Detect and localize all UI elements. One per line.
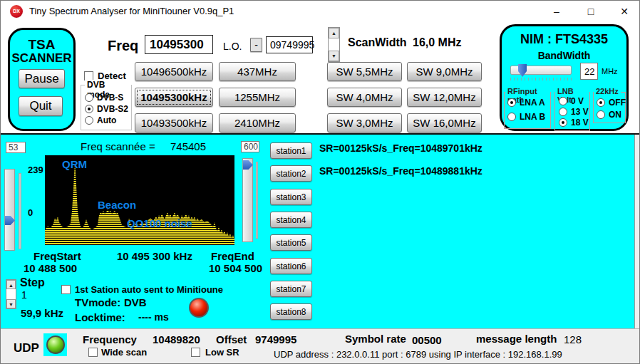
pause-button[interactable]: Pause — [19, 69, 65, 88]
lo-input[interactable]: 09749995 — [266, 36, 313, 53]
freq-scanned-label: Freq scannée = — [81, 140, 155, 152]
radio-dot — [559, 118, 567, 127]
annotation-qrm: QRM — [62, 158, 87, 170]
right-slider[interactable] — [242, 158, 253, 242]
right-slider-thumb[interactable] — [243, 160, 253, 170]
radio-dot — [507, 98, 516, 107]
freq-input[interactable]: 10495300 — [145, 35, 213, 54]
title-bar: DX Tiny Spectrum Analyser for MiniTioune… — [1, 1, 640, 22]
lnb-volt-group: LNB Volt 0 V 13 V 18 V — [554, 92, 590, 131]
radio-dot — [85, 116, 93, 125]
sw-5-5-button[interactable]: SW 5,5MHz — [327, 62, 402, 81]
main-section: Freq scannée = 745405 53 239 0 — [1, 135, 635, 328]
radio-0v[interactable]: 0 V — [559, 96, 584, 106]
preset-437mhz-button[interactable]: 437MHz — [219, 62, 296, 81]
bandwidth-input[interactable]: 22 — [580, 63, 598, 80]
right-level-gauge — [256, 162, 258, 239]
auto-send-label: 1st Sation auto sent to Minitioune — [75, 284, 223, 295]
right-level-input[interactable]: 600 — [241, 141, 259, 152]
left-slider[interactable] — [4, 169, 15, 251]
spinner-up-icon[interactable]: ▲ — [6, 280, 16, 289]
step-label: Step — [20, 276, 45, 289]
freq-label: Freq — [108, 38, 138, 54]
left-level-input[interactable]: 53 — [6, 142, 26, 153]
udp-label: UDP — [14, 341, 39, 355]
low-sr-checkbox[interactable] — [191, 348, 200, 357]
low-sr-label: Low SR — [205, 347, 239, 358]
lo-label: L.O. — [223, 41, 242, 52]
spinner-down-icon[interactable]: ▼ — [6, 299, 16, 308]
station8-button[interactable]: station8 — [270, 303, 312, 320]
sw-9-0-button[interactable]: SW 9,0MHz — [407, 62, 482, 81]
symbol-rate-label: Symbol rate — [345, 333, 406, 345]
spectrum-display: QRM Beacon QO100 noise — [45, 155, 234, 245]
radio-lna-b[interactable]: LNA B — [507, 112, 545, 122]
wide-scan-checkbox[interactable] — [88, 348, 98, 357]
radio-18v[interactable]: 18 V — [559, 118, 589, 128]
nim-title: NIM : FTS4335 — [502, 32, 626, 47]
offset-label: Offset — [216, 333, 247, 345]
station4-button[interactable]: station4 — [270, 212, 312, 228]
spinner-down-icon[interactable]: ▼ — [329, 51, 339, 61]
radio-22khz-off[interactable]: OFF — [597, 98, 626, 108]
station5-button[interactable]: station5 — [270, 234, 312, 251]
radio-dot — [597, 98, 605, 107]
close-button[interactable]: ✕ — [608, 1, 640, 22]
station1-button[interactable]: station1 — [270, 142, 312, 159]
radio-22khz-on[interactable]: ON — [597, 110, 621, 120]
preset-10495300-button[interactable]: 10495300kHz — [135, 88, 213, 107]
scale-min-label: 0 — [28, 207, 33, 218]
station2-button[interactable]: station2 — [270, 165, 312, 182]
minimize-button[interactable]: – — [540, 1, 573, 22]
radio-dvb-s[interactable]: DVB-S — [85, 93, 123, 103]
bandwidth-ticks — [510, 78, 572, 80]
tsa-title-line2: SCANNER — [10, 51, 73, 66]
sw-16-0-button[interactable]: SW 16,0MHz — [407, 113, 482, 132]
message-length-label: message length — [476, 333, 557, 345]
preset-2410mhz-button[interactable]: 2410MHz — [219, 113, 296, 132]
preset-1255mhz-button[interactable]: 1255MHz — [219, 88, 296, 107]
radio-13v[interactable]: 13 V — [559, 107, 589, 117]
bandwidth-slider-thumb[interactable] — [518, 64, 527, 77]
tvmode-value: DVB — [124, 296, 147, 308]
window-title: Tiny Spectrum Analyser for MiniTiouner V… — [29, 6, 234, 16]
quit-button[interactable]: Quit — [19, 96, 63, 116]
preset-10493500-button[interactable]: 10493500kHz — [135, 113, 213, 132]
bandwidth-unit: MHz — [602, 67, 618, 76]
step-value: 1 — [21, 289, 27, 301]
spinner-up-icon[interactable]: ▲ — [329, 28, 339, 38]
annotation-qo100-noise: QO100 noise — [127, 217, 192, 229]
scanwidth-spinner[interactable]: ▲ ▼ — [328, 27, 340, 62]
station6-button[interactable]: station6 — [270, 258, 312, 274]
step-spinner[interactable]: ▲ ▼ — [6, 279, 16, 309]
tone-22khz-label: 22kHz — [594, 87, 621, 95]
locktime-label: Locktime: — [75, 311, 125, 323]
auto-send-checkbox[interactable] — [61, 285, 71, 294]
radio-lna-a[interactable]: LNA A — [507, 98, 545, 108]
sr-result-2: SR=00125kS/s_Freq=10489881kHz — [319, 165, 482, 177]
radio-dot — [559, 97, 567, 105]
freq-start-value: 10 488 500 — [24, 262, 77, 274]
top-section: TSA SCANNER Pause Quit Detect DVB mode D… — [1, 22, 640, 135]
tsa-title-line1: TSA — [10, 37, 73, 53]
radio-auto[interactable]: Auto — [85, 115, 116, 125]
symbol-rate-value: 00500 — [412, 334, 442, 346]
preset-10496500-button[interactable]: 10496500kHz — [135, 62, 213, 81]
annotation-beacon: Beacon — [98, 199, 136, 211]
station7-button[interactable]: station7 — [270, 281, 312, 297]
radio-dot — [559, 108, 567, 116]
nim-panel: NIM : FTS4335 BandWidth 22 MHz RFinput p… — [500, 24, 629, 131]
udp-led-tile — [43, 333, 67, 356]
radio-dot — [85, 105, 93, 113]
station3-button[interactable]: station3 — [270, 189, 312, 205]
sw-3-0-button[interactable]: SW 3,0MHz — [327, 113, 402, 132]
maximize-button[interactable]: □ — [574, 1, 607, 22]
radio-dvb-s2[interactable]: DVB-S2 — [85, 104, 128, 114]
radio-dot — [507, 113, 516, 121]
left-slider-thumb[interactable] — [5, 216, 15, 225]
sw-12-0-button[interactable]: SW 12,0MHz — [407, 88, 482, 107]
tone-22khz-group: 22kHz OFF ON — [593, 92, 626, 123]
lo-minus-button[interactable]: - — [250, 38, 262, 52]
freq-end-label: FreqEnd — [211, 250, 254, 262]
sw-4-0-button[interactable]: SW 4,0MHz — [327, 88, 402, 107]
